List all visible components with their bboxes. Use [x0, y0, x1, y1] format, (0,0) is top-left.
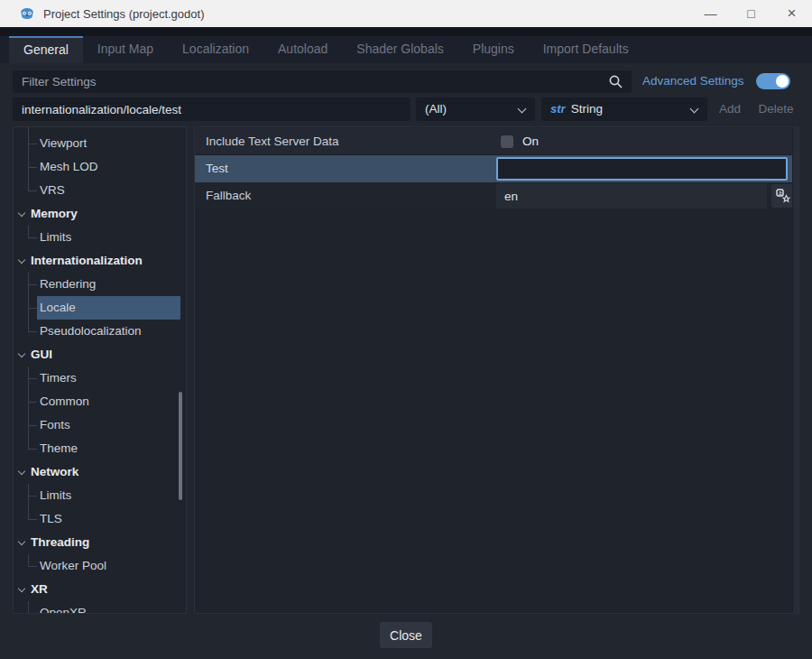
toggle-knob — [776, 75, 789, 88]
tree-guide-line — [28, 613, 37, 614]
sidebar-item-locale[interactable]: Locale — [14, 296, 186, 320]
sidebar-item-theme[interactable]: Theme — [14, 437, 186, 460]
sidebar-item-rendering[interactable]: Rendering — [14, 273, 186, 296]
advanced-settings-toggle[interactable] — [756, 73, 790, 89]
add-button[interactable]: Add — [713, 97, 747, 121]
tab-general[interactable]: General — [9, 36, 83, 63]
sidebar-item-network[interactable]: Network — [14, 460, 186, 484]
tree-guide-line — [28, 284, 37, 285]
settings-tree: Lights And ShadowsViewportMesh LODVRSMem… — [14, 126, 186, 614]
test-value-input[interactable] — [496, 157, 788, 181]
tree-guide-line — [28, 507, 29, 519]
sidebar-item-worker-pool[interactable]: Worker Pool — [14, 554, 186, 578]
sidebar-item-fonts[interactable]: Fonts — [14, 413, 186, 437]
tab-localization[interactable]: Localization — [168, 36, 263, 63]
feature-filter-value: (All) — [425, 102, 447, 116]
sidebar-item-pseudolocalization[interactable]: Pseudolocalization — [14, 320, 186, 343]
tree-guide-line — [28, 167, 37, 168]
sidebar-item-tls[interactable]: TLS — [14, 507, 186, 531]
chevron-down-icon — [18, 256, 25, 264]
tree-guide-line — [28, 402, 37, 403]
sidebar-item-vrs[interactable]: VRS — [14, 179, 186, 202]
translation-icon: a — [776, 189, 790, 203]
tree-guide-line — [28, 496, 37, 497]
window-title: Project Settings (project.godot) — [43, 7, 204, 21]
sidebar-item-label: Mesh LOD — [40, 160, 98, 173]
settings-tree-sidebar: Lights And ShadowsViewportMesh LODVRSMem… — [13, 126, 187, 614]
tab-autoload[interactable]: Autoload — [263, 36, 342, 63]
chevron-down-icon — [518, 105, 527, 114]
sidebar-item-xr[interactable]: XR — [14, 578, 186, 601]
sidebar-item-label: GUI — [31, 348, 52, 361]
tab-input-map[interactable]: Input Map — [83, 36, 168, 63]
sidebar-item-openxr[interactable]: OpenXR — [14, 601, 186, 614]
sidebar-item-label: TLS — [40, 512, 62, 525]
tree-guide-line — [28, 190, 37, 191]
sidebar-item-label: Rendering — [40, 277, 96, 291]
close-window-button[interactable]: × — [771, 0, 812, 27]
advanced-settings-label: Advanced Settings — [642, 74, 744, 88]
tree-guide-line — [28, 226, 29, 237]
sidebar-item-threading[interactable]: Threading — [14, 531, 186, 554]
sidebar-item-label: Limits — [40, 488, 71, 502]
feature-filter-select[interactable]: (All) — [416, 97, 535, 121]
tree-guide-line — [28, 320, 29, 331]
property-label: Fallback — [206, 182, 251, 209]
sidebar-item-timers[interactable]: Timers — [14, 367, 186, 390]
tree-guide-line — [28, 144, 37, 144]
include-text-server-data-checkbox[interactable] — [501, 135, 513, 148]
tab-bar: GeneralInput MapLocalizationAutoloadShad… — [0, 36, 812, 63]
sidebar-item-limits[interactable]: Limits — [14, 484, 186, 507]
sidebar-item-label: Limits — [40, 230, 71, 244]
sidebar-item-label: Pseudolocalization — [40, 324, 142, 338]
property-path-input[interactable] — [13, 97, 411, 121]
chevron-down-icon — [18, 468, 25, 475]
tree-guide-line — [28, 519, 37, 520]
sidebar-item-limits[interactable]: Limits — [14, 226, 186, 249]
sidebar-item-viewport[interactable]: Viewport — [14, 132, 186, 155]
string-type-icon: str — [550, 102, 566, 116]
sidebar-item-internationalization[interactable]: Internationalization — [14, 249, 186, 273]
tree-guide-line — [28, 425, 37, 426]
tree-guide-line — [28, 449, 37, 450]
filter-settings-input[interactable] — [13, 70, 632, 93]
type-select[interactable]: strString — [541, 97, 707, 121]
dialog-top-strip — [0, 27, 812, 36]
sidebar-item-label: Theme — [40, 441, 78, 455]
tab-import-defaults[interactable]: Import Defaults — [529, 36, 643, 63]
sidebar-item-label: OpenXR — [40, 606, 87, 614]
property-bar: (All) strString Add Delete — [13, 97, 799, 121]
property-row-include-text-server-data: Include Text Server Data On — [195, 128, 798, 155]
chevron-down-icon — [690, 105, 699, 114]
delete-button[interactable]: Delete — [752, 97, 799, 121]
chevron-down-icon — [18, 538, 25, 545]
minimize-button[interactable]: — — [690, 0, 731, 27]
sidebar-item-label: Worker Pool — [40, 559, 106, 572]
tree-guide-line — [28, 308, 37, 309]
tab-plugins[interactable]: Plugins — [458, 36, 529, 63]
filter-bar: Advanced Settings — [13, 70, 799, 93]
property-row-test: Test — [195, 155, 798, 182]
properties-panel: Include Text Server Data On Test Fallbac… — [194, 126, 799, 614]
sidebar-item-label: Threading — [31, 535, 89, 549]
sidebar-item-label: Internationalization — [31, 254, 143, 267]
locale-picker-button[interactable]: a — [771, 184, 794, 208]
tree-guide-line — [28, 179, 29, 190]
fallback-value-input[interactable] — [496, 183, 767, 209]
close-button[interactable]: Close — [380, 622, 432, 648]
sidebar-item-label: VRS — [40, 183, 65, 197]
main-scrollbar[interactable] — [792, 127, 798, 613]
tree-guide-line — [28, 601, 29, 613]
tree-guide-line — [28, 378, 37, 379]
sidebar-item-gui[interactable]: GUI — [14, 343, 186, 367]
sidebar-scrollbar[interactable] — [179, 392, 182, 500]
maximize-button[interactable]: □ — [731, 0, 771, 27]
property-row-fallback: Fallback a — [195, 182, 798, 209]
tab-shader-globals[interactable]: Shader Globals — [342, 36, 458, 63]
sidebar-item-memory[interactable]: Memory — [14, 202, 186, 226]
sidebar-item-mesh-lod[interactable]: Mesh LOD — [14, 155, 186, 179]
sidebar-item-label: XR — [31, 582, 48, 596]
godot-icon — [19, 5, 35, 22]
sidebar-item-label: Timers — [40, 371, 77, 385]
sidebar-item-common[interactable]: Common — [14, 390, 186, 413]
